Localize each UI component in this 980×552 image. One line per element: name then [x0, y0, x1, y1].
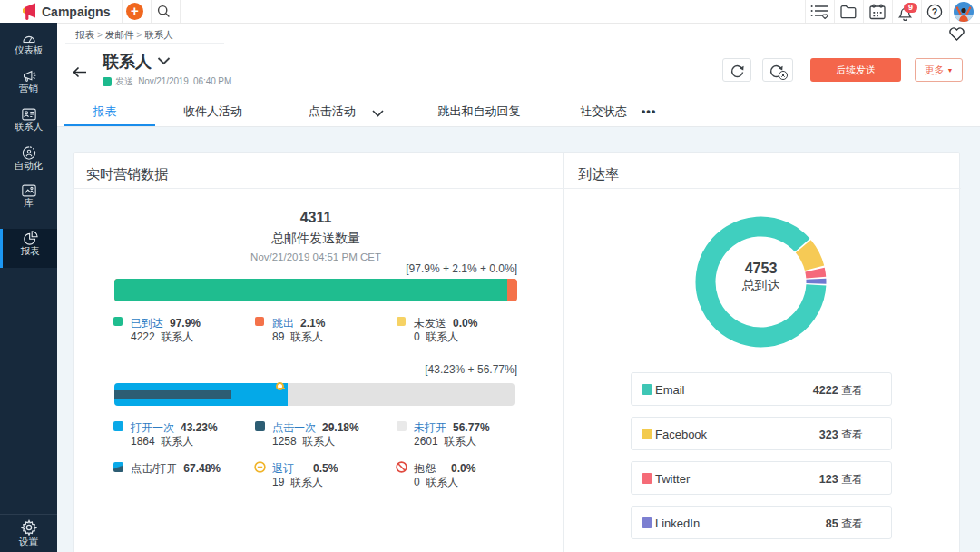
- svg-text:?: ?: [932, 6, 937, 17]
